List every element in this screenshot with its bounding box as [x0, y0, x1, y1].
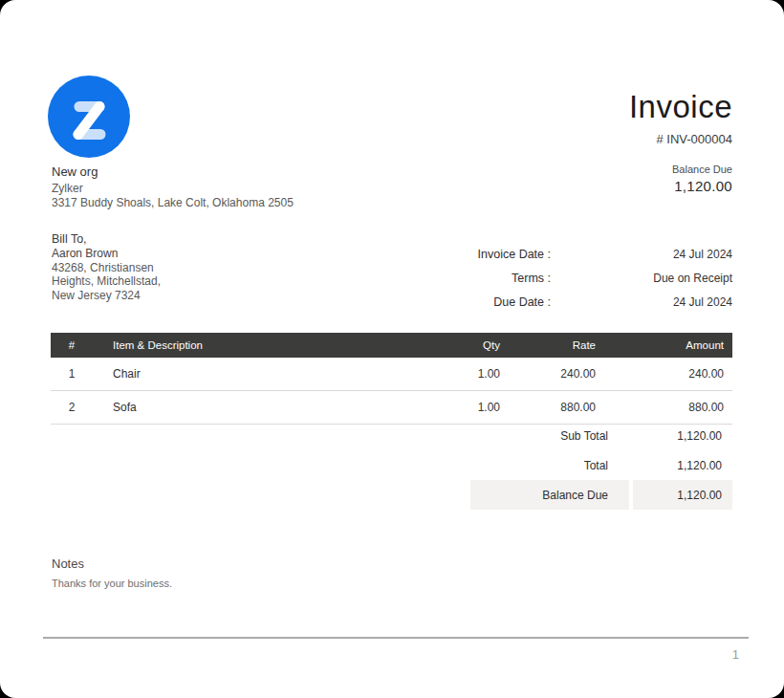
item-name: Sofa [93, 391, 422, 425]
table-header-row: # Item & Description Qty Rate Amount [51, 333, 732, 358]
col-header-qty: Qty [422, 333, 508, 358]
bill-to-label: Bill To, [52, 232, 161, 247]
item-number: 2 [51, 391, 93, 425]
item-rate: 240.00 [508, 358, 603, 391]
due-date-value: 24 Jul 2024 [551, 295, 732, 309]
balance-due-row: Balance Due 1,120.00 [470, 480, 732, 510]
col-header-amount: Amount [603, 333, 732, 358]
notes-section: Notes Thanks for your business. [52, 556, 172, 589]
item-amount: 240.00 [603, 358, 732, 391]
table-row: 2 Sofa 1.00 880.00 880.00 [51, 391, 732, 425]
col-header-rate: Rate [508, 333, 603, 358]
notes-label: Notes [52, 556, 172, 571]
balance-due-row-value: 1,120.00 [633, 480, 732, 510]
invoice-document: New org Zylker 3317 Buddy Shoals, Lake C… [0, 0, 784, 698]
balance-due-amount: 1,120.00 [672, 178, 732, 194]
bill-to-name: Aaron Brown [52, 247, 161, 261]
totals-section: Sub Total 1,120.00 Total 1,120.00 Balanc… [470, 421, 732, 510]
balance-due-summary: Balance Due 1,120.00 [672, 164, 732, 194]
notes-text: Thanks for your business. [52, 578, 172, 589]
total-row: Total 1,120.00 [470, 450, 732, 480]
invoice-number: # INV-000004 [629, 132, 732, 146]
company-org: Zylker [52, 182, 294, 196]
bill-to-section: Bill To, Aaron Brown 43268, Christiansen… [52, 232, 161, 302]
col-header-number: # [51, 333, 93, 358]
line-items-table: # Item & Description Qty Rate Amount 1 C… [51, 333, 732, 425]
footer-divider [43, 637, 749, 639]
subtotal-value: 1,120.00 [633, 421, 732, 450]
bill-to-address-line: New Jersey 7324 [52, 289, 161, 303]
bill-to-address-line: 43268, Christiansen [52, 261, 161, 275]
invoice-date-row: Invoice Date : 24 Jul 2024 [455, 248, 732, 261]
due-date-label: Due Date : [455, 295, 551, 309]
page-number: 1 [732, 647, 739, 662]
terms-label: Terms : [455, 272, 551, 285]
company-address: 3317 Buddy Shoals, Lake Colt, Oklahoma 2… [52, 196, 294, 210]
balance-due-row-label: Balance Due [470, 480, 629, 510]
balance-due-label: Balance Due [672, 164, 732, 175]
terms-value: Due on Receipt [551, 272, 732, 285]
company-info: New org Zylker 3317 Buddy Shoals, Lake C… [52, 164, 294, 210]
due-date-row: Due Date : 24 Jul 2024 [455, 295, 732, 309]
total-value: 1,120.00 [633, 450, 732, 480]
table-row: 1 Chair 1.00 240.00 240.00 [51, 358, 732, 391]
invoice-details: Invoice Date : 24 Jul 2024 Terms : Due o… [455, 248, 732, 319]
item-amount: 880.00 [603, 391, 732, 425]
zylker-logo-icon [48, 76, 130, 158]
bill-to-address-line: Heights, Mitchellstad, [52, 274, 161, 289]
invoice-title: Invoice [629, 90, 732, 124]
invoice-date-value: 24 Jul 2024 [551, 248, 732, 261]
item-qty: 1.00 [422, 358, 508, 391]
company-name: New org [52, 164, 294, 179]
total-label: Total [470, 450, 629, 480]
invoice-date-label: Invoice Date : [455, 248, 551, 261]
company-logo [48, 76, 130, 158]
item-name: Chair [93, 358, 422, 391]
subtotal-row: Sub Total 1,120.00 [470, 421, 732, 450]
item-rate: 880.00 [508, 391, 603, 425]
subtotal-label: Sub Total [470, 421, 629, 450]
item-qty: 1.00 [422, 391, 508, 425]
terms-row: Terms : Due on Receipt [455, 272, 732, 285]
col-header-item-description: Item & Description [93, 333, 422, 358]
invoice-header: Invoice # INV-000004 [629, 90, 732, 146]
item-number: 1 [51, 358, 93, 391]
